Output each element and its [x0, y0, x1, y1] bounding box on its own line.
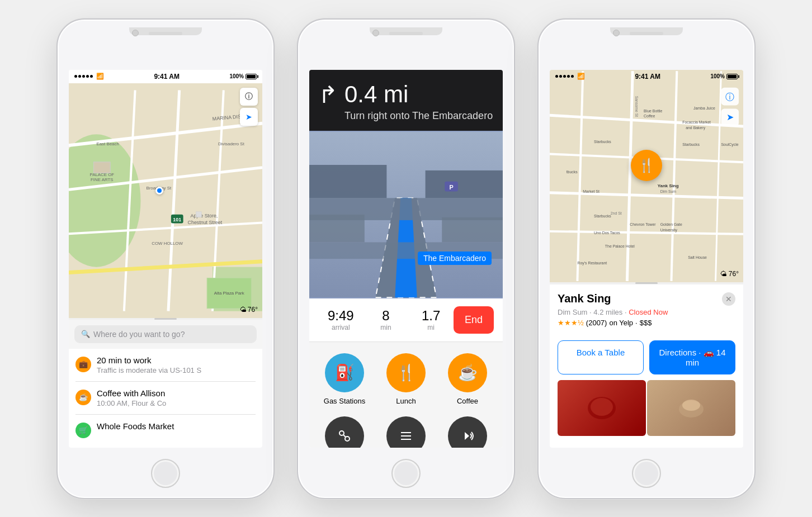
suggestion-work[interactable]: 💼 20 min to work Traffic is moderate via…	[75, 349, 256, 382]
nav-instruction: Turn right onto The Embarcadero	[344, 110, 493, 122]
details-button[interactable]: Details	[380, 416, 432, 448]
weather-badge-3: 🌤 76°	[720, 270, 739, 278]
svg-text:Jamba Juice: Jamba Juice	[693, 106, 715, 110]
arrival-time: 9:49	[318, 308, 363, 324]
suggestion-sub-2: 10:00 AM, Flour & Co	[97, 399, 256, 407]
signal-text-1: 100%	[229, 73, 244, 79]
svg-text:Coffee: Coffee	[644, 114, 655, 118]
details-icon	[386, 416, 426, 448]
market-icon: 🛒	[75, 423, 91, 438]
place-rating-row: ★★★½ (2007) on Yelp · $$$	[558, 319, 735, 327]
price-range: $$$	[640, 319, 652, 327]
svg-point-39	[339, 431, 344, 435]
user-location-dot	[155, 187, 163, 195]
place-map[interactable]: Blue Bottle Coffee Jamba Juice Starbucks…	[550, 70, 743, 282]
speaker-2	[389, 32, 423, 35]
end-button[interactable]: End	[454, 306, 494, 334]
nearby-lunch[interactable]: 🍴 Lunch	[380, 353, 432, 405]
status-time-3: 9:41 AM	[635, 73, 660, 80]
suggestions-list: 💼 20 min to work Traffic is moderate via…	[69, 349, 262, 445]
place-name: Yank Sing	[558, 292, 611, 305]
nearby-coffee[interactable]: ☕ Coffee	[441, 353, 494, 405]
nearby-grid: ⛽ Gas Stations 🍴 Lunch ☕ Coffee	[309, 342, 503, 416]
svg-text:Blue Bottle: Blue Bottle	[644, 109, 663, 113]
svg-text:University: University	[660, 227, 678, 232]
phone-2: ↱ 0.4 mi Turn right onto The Embarcadero	[297, 18, 515, 499]
svg-text:➤: ➤	[726, 112, 734, 122]
svg-rect-18	[196, 211, 201, 217]
wifi-icon: 📶	[96, 73, 104, 80]
coffee-label: Coffee	[457, 397, 478, 405]
map-view-1[interactable]: MARINA DISTRI... Divisadero St COW HOLLO…	[69, 83, 262, 318]
nav-minutes: 8 min	[363, 308, 409, 331]
svg-text:Focaccia Market: Focaccia Market	[682, 120, 711, 124]
close-button[interactable]: ✕	[722, 292, 735, 306]
svg-text:and Bakery: and Bakery	[686, 125, 705, 130]
svg-point-40	[345, 437, 350, 441]
nav-miles: 1.7 mi	[408, 308, 454, 331]
coffee-nearby-icon: ☕	[448, 353, 487, 392]
status-bar-1: 📶 9:41 AM 100%	[69, 70, 262, 83]
map-svg-1: MARINA DISTRI... Divisadero St COW HOLLO…	[69, 83, 262, 318]
lunch-label: Lunch	[396, 397, 416, 405]
map-controls-1: ⓘ ➤	[240, 88, 258, 126]
nav-street-label: The Embarcadero	[418, 252, 492, 265]
battery-1	[246, 74, 257, 79]
svg-text:The Palace Hotel: The Palace Hotel	[605, 244, 635, 248]
suggestion-title-2: Coffee with Allison	[97, 388, 256, 398]
search-placeholder: Where do you want to go?	[93, 330, 185, 339]
camera-3	[613, 30, 620, 36]
screen-1: 📶 9:41 AM 100%	[69, 70, 262, 448]
platform: on Yelp	[609, 319, 633, 327]
svg-line-41	[343, 435, 346, 437]
svg-text:East Beach: East Beach	[96, 141, 119, 146]
gas-icon: ⛽	[325, 353, 364, 392]
svg-marker-45	[465, 432, 469, 440]
svg-text:P: P	[449, 183, 453, 190]
place-subtitle: Dim Sum	[558, 308, 587, 316]
svg-text:Starbucks: Starbucks	[682, 142, 700, 146]
svg-text:COW HOLLOW: COW HOLLOW	[152, 241, 183, 246]
svg-text:Roy's Restaurant: Roy's Restaurant	[577, 261, 607, 265]
nav-stats: 9:49 arrival 8 min 1.7 mi End	[309, 298, 503, 342]
location-button[interactable]: ➤	[240, 108, 258, 126]
nearby-gas[interactable]: ⛽ Gas Stations	[318, 353, 371, 405]
place-photos	[550, 380, 743, 444]
food-photo-2[interactable]	[647, 380, 735, 436]
search-icon: 🔍	[81, 330, 90, 338]
suggestion-sub-1: Traffic is moderate via US-101 S	[97, 366, 256, 374]
svg-text:Alta Plaza Park: Alta Plaza Park	[214, 291, 244, 296]
svg-text:Yank Sing: Yank Sing	[658, 183, 679, 188]
sun-icon-3: 🌤	[720, 270, 727, 278]
svg-text:Uno Dos Tacos: Uno Dos Tacos	[594, 230, 620, 234]
search-area: 🔍 Where do you want to go?	[69, 320, 262, 349]
search-bar[interactable]: 🔍 Where do you want to go?	[74, 325, 257, 343]
book-table-button[interactable]: Book a Table	[558, 340, 644, 374]
info-button[interactable]: ⓘ	[240, 88, 258, 106]
review-count: (2007)	[586, 319, 607, 327]
svg-rect-36	[442, 217, 503, 241]
suggestion-coffee[interactable]: ☕ Coffee with Allison 10:00 AM, Flour & …	[75, 382, 256, 415]
home-button-1[interactable]	[151, 459, 180, 488]
suggestion-market[interactable]: 🛒 Whole Foods Market	[75, 415, 256, 445]
home-button-3[interactable]	[632, 459, 661, 488]
signal-text-3: 100%	[710, 73, 725, 79]
miles-label: mi	[408, 324, 454, 331]
weather-badge-1: 🌤 76°	[240, 306, 258, 314]
coffee-icon: ☕	[75, 390, 91, 405]
audio-button[interactable]: Audio	[441, 416, 494, 448]
place-status: Closed Now	[629, 308, 668, 316]
food-photo-1[interactable]	[558, 380, 646, 436]
minutes-value: 8	[363, 308, 409, 324]
stars: ★★★½	[558, 319, 584, 327]
home-button-2[interactable]	[391, 459, 421, 488]
overview-button[interactable]: Overview	[318, 416, 371, 448]
svg-text:Chevron Tower: Chevron Tower	[630, 222, 656, 226]
nav-turn-arrow: ↱	[318, 83, 338, 107]
svg-text:Salt House: Salt House	[688, 255, 707, 259]
battery-3	[726, 74, 738, 79]
overview-icon	[325, 416, 364, 448]
status-time-1: 9:41 AM	[154, 73, 180, 80]
controls-grid: Overview Details	[309, 416, 503, 448]
directions-button[interactable]: Directions · 🚗 14 min	[649, 340, 735, 374]
